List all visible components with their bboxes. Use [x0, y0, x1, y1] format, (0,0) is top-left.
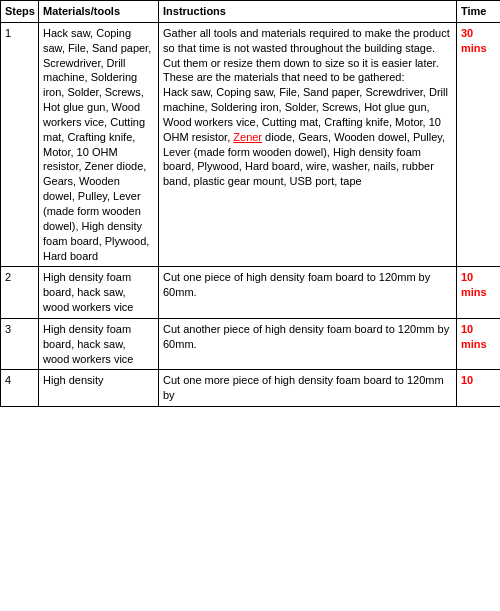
instructions-cell: Cut one more piece of high density foam …	[159, 370, 457, 407]
time-cell: 10	[457, 370, 501, 407]
table-row: 2 High density foam board, hack saw, woo…	[1, 267, 501, 319]
step-number: 4	[1, 370, 39, 407]
header-instructions: Instructions	[159, 1, 457, 23]
instructions-cell: Cut another piece of high density foam b…	[159, 318, 457, 370]
materials-cell: High density	[39, 370, 159, 407]
time-cell: 10 mins	[457, 267, 501, 319]
step-number: 3	[1, 318, 39, 370]
instructions-cell: Gather all tools and materials required …	[159, 22, 457, 267]
header-time: Time	[457, 1, 501, 23]
header-materials: Materials/tools	[39, 1, 159, 23]
header-steps: Steps	[1, 1, 39, 23]
materials-cell: High density foam board, hack saw, wood …	[39, 318, 159, 370]
materials-cell: Hack saw, Coping saw, File, Sand paper, …	[39, 22, 159, 267]
zener-link[interactable]: Zener	[233, 131, 262, 143]
materials-cell: High density foam board, hack saw, wood …	[39, 267, 159, 319]
table-row: 1 Hack saw, Coping saw, File, Sand paper…	[1, 22, 501, 267]
table-row: 3 High density foam board, hack saw, woo…	[1, 318, 501, 370]
instructions-cell: Cut one piece of high density foam board…	[159, 267, 457, 319]
instructions-text-before: Gather all tools and materials required …	[163, 27, 450, 143]
step-number: 2	[1, 267, 39, 319]
table-row: 4 High density Cut one more piece of hig…	[1, 370, 501, 407]
time-cell: 30 mins	[457, 22, 501, 267]
step-number: 1	[1, 22, 39, 267]
time-cell: 10 mins	[457, 318, 501, 370]
